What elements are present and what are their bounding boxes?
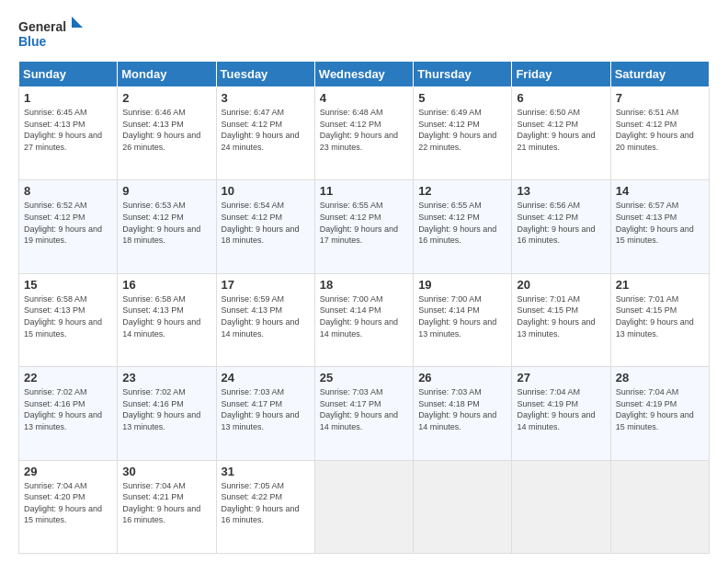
day-number: 11 — [320, 184, 408, 198]
svg-text:Blue: Blue — [18, 34, 47, 49]
day-number: 8 — [24, 184, 112, 198]
day-info: Sunrise: 7:00 AMSunset: 4:14 PMDaylight:… — [320, 294, 398, 339]
day-number: 1 — [24, 91, 112, 105]
day-info: Sunrise: 6:58 AMSunset: 4:13 PMDaylight:… — [122, 294, 200, 339]
day-number: 7 — [616, 91, 704, 105]
calendar-week-4: 22 Sunrise: 7:02 AMSunset: 4:16 PMDaylig… — [19, 367, 710, 460]
day-number: 22 — [24, 371, 112, 385]
day-info: Sunrise: 6:53 AMSunset: 4:12 PMDaylight:… — [122, 201, 200, 245]
day-number: 5 — [418, 91, 506, 105]
day-info: Sunrise: 6:54 AMSunset: 4:12 PMDaylight:… — [222, 201, 300, 245]
calendar-cell: 4 Sunrise: 6:48 AMSunset: 4:12 PMDayligh… — [314, 87, 413, 180]
calendar-header-friday: Friday — [512, 62, 610, 87]
calendar-cell — [414, 460, 512, 553]
day-info: Sunrise: 6:55 AMSunset: 4:12 PMDaylight:… — [320, 201, 398, 245]
day-info: Sunrise: 7:04 AMSunset: 4:19 PMDaylight:… — [616, 387, 694, 431]
day-number: 31 — [222, 465, 310, 478]
calendar-header-thursday: Thursday — [414, 62, 512, 87]
calendar-table: SundayMondayTuesdayWednesdayThursdayFrid… — [18, 61, 710, 554]
calendar-cell — [314, 460, 413, 553]
day-info: Sunrise: 6:47 AMSunset: 4:12 PMDaylight:… — [222, 108, 300, 152]
calendar-cell — [512, 460, 610, 553]
day-number: 20 — [517, 278, 605, 292]
calendar-cell: 26 Sunrise: 7:03 AMSunset: 4:18 PMDaylig… — [414, 367, 512, 460]
day-info: Sunrise: 7:01 AMSunset: 4:15 PMDaylight:… — [517, 294, 595, 339]
day-number: 3 — [222, 91, 310, 105]
calendar-header-row: SundayMondayTuesdayWednesdayThursdayFrid… — [19, 62, 710, 87]
calendar-cell: 19 Sunrise: 7:00 AMSunset: 4:14 PMDaylig… — [414, 273, 512, 366]
day-info: Sunrise: 6:56 AMSunset: 4:12 PMDaylight:… — [517, 201, 595, 245]
day-info: Sunrise: 7:00 AMSunset: 4:14 PMDaylight:… — [418, 294, 496, 339]
calendar-header-wednesday: Wednesday — [314, 62, 413, 87]
day-number: 29 — [24, 465, 112, 478]
calendar-cell: 14 Sunrise: 6:57 AMSunset: 4:13 PMDaylig… — [610, 180, 709, 273]
day-info: Sunrise: 7:05 AMSunset: 4:22 PMDaylight:… — [222, 481, 300, 525]
day-info: Sunrise: 6:57 AMSunset: 4:13 PMDaylight:… — [616, 201, 694, 245]
day-number: 25 — [320, 371, 408, 385]
day-info: Sunrise: 7:04 AMSunset: 4:20 PMDaylight:… — [24, 481, 102, 525]
day-number: 28 — [616, 371, 704, 385]
calendar-cell: 15 Sunrise: 6:58 AMSunset: 4:13 PMDaylig… — [19, 273, 118, 366]
calendar-cell: 24 Sunrise: 7:03 AMSunset: 4:17 PMDaylig… — [216, 367, 314, 460]
day-number: 13 — [517, 184, 605, 198]
calendar-cell: 1 Sunrise: 6:45 AMSunset: 4:13 PMDayligh… — [19, 87, 118, 180]
day-number: 21 — [616, 278, 704, 292]
calendar-cell: 13 Sunrise: 6:56 AMSunset: 4:12 PMDaylig… — [512, 180, 610, 273]
calendar-cell: 18 Sunrise: 7:00 AMSunset: 4:14 PMDaylig… — [314, 273, 413, 366]
calendar-cell: 17 Sunrise: 6:59 AMSunset: 4:13 PMDaylig… — [216, 273, 314, 366]
day-number: 30 — [122, 465, 210, 478]
calendar-cell: 3 Sunrise: 6:47 AMSunset: 4:12 PMDayligh… — [216, 87, 314, 180]
calendar-cell: 25 Sunrise: 7:03 AMSunset: 4:17 PMDaylig… — [314, 367, 413, 460]
calendar-header-monday: Monday — [118, 62, 216, 87]
calendar-body: 1 Sunrise: 6:45 AMSunset: 4:13 PMDayligh… — [19, 87, 710, 554]
day-number: 27 — [517, 371, 605, 385]
calendar-cell: 10 Sunrise: 6:54 AMSunset: 4:12 PMDaylig… — [216, 180, 314, 273]
day-info: Sunrise: 7:03 AMSunset: 4:18 PMDaylight:… — [418, 387, 496, 431]
calendar-header-sunday: Sunday — [19, 62, 118, 87]
day-number: 23 — [122, 371, 210, 385]
day-info: Sunrise: 7:02 AMSunset: 4:16 PMDaylight:… — [24, 387, 102, 431]
calendar-cell: 22 Sunrise: 7:02 AMSunset: 4:16 PMDaylig… — [19, 367, 118, 460]
calendar-week-5: 29 Sunrise: 7:04 AMSunset: 4:20 PMDaylig… — [19, 460, 710, 553]
day-number: 4 — [320, 91, 408, 105]
day-info: Sunrise: 7:03 AMSunset: 4:17 PMDaylight:… — [222, 387, 300, 431]
day-number: 9 — [122, 184, 210, 198]
day-number: 19 — [418, 278, 506, 292]
calendar-cell: 30 Sunrise: 7:04 AMSunset: 4:21 PMDaylig… — [118, 460, 216, 553]
calendar-cell: 2 Sunrise: 6:46 AMSunset: 4:13 PMDayligh… — [118, 87, 216, 180]
svg-marker-2 — [72, 17, 83, 28]
calendar-cell: 20 Sunrise: 7:01 AMSunset: 4:15 PMDaylig… — [512, 273, 610, 366]
calendar-cell: 6 Sunrise: 6:50 AMSunset: 4:12 PMDayligh… — [512, 87, 610, 180]
calendar-week-2: 8 Sunrise: 6:52 AMSunset: 4:12 PMDayligh… — [19, 180, 710, 273]
calendar-cell: 11 Sunrise: 6:55 AMSunset: 4:12 PMDaylig… — [314, 180, 413, 273]
day-info: Sunrise: 6:50 AMSunset: 4:12 PMDaylight:… — [517, 108, 595, 152]
calendar-cell: 16 Sunrise: 6:58 AMSunset: 4:13 PMDaylig… — [118, 273, 216, 366]
calendar-cell: 21 Sunrise: 7:01 AMSunset: 4:15 PMDaylig… — [610, 273, 709, 366]
day-info: Sunrise: 6:51 AMSunset: 4:12 PMDaylight:… — [616, 108, 694, 152]
day-info: Sunrise: 7:03 AMSunset: 4:17 PMDaylight:… — [320, 387, 398, 431]
page: General Blue SundayMondayTuesdayWednesda… — [0, 0, 728, 563]
day-info: Sunrise: 6:45 AMSunset: 4:13 PMDaylight:… — [24, 108, 102, 152]
day-number: 2 — [122, 91, 210, 105]
calendar-header-saturday: Saturday — [610, 62, 709, 87]
calendar-cell: 5 Sunrise: 6:49 AMSunset: 4:12 PMDayligh… — [414, 87, 512, 180]
day-number: 18 — [320, 278, 408, 292]
calendar-header-tuesday: Tuesday — [216, 62, 314, 87]
day-number: 10 — [222, 184, 310, 198]
day-info: Sunrise: 6:59 AMSunset: 4:13 PMDaylight:… — [222, 294, 300, 339]
calendar-cell: 23 Sunrise: 7:02 AMSunset: 4:16 PMDaylig… — [118, 367, 216, 460]
day-info: Sunrise: 6:49 AMSunset: 4:12 PMDaylight:… — [418, 108, 496, 152]
day-number: 14 — [616, 184, 704, 198]
day-number: 15 — [24, 278, 112, 292]
day-info: Sunrise: 7:01 AMSunset: 4:15 PMDaylight:… — [616, 294, 694, 339]
calendar-cell: 12 Sunrise: 6:55 AMSunset: 4:12 PMDaylig… — [414, 180, 512, 273]
day-info: Sunrise: 6:52 AMSunset: 4:12 PMDaylight:… — [24, 201, 102, 245]
calendar-cell: 8 Sunrise: 6:52 AMSunset: 4:12 PMDayligh… — [19, 180, 118, 273]
calendar-cell: 29 Sunrise: 7:04 AMSunset: 4:20 PMDaylig… — [19, 460, 118, 553]
day-info: Sunrise: 6:48 AMSunset: 4:12 PMDaylight:… — [320, 108, 398, 152]
header: General Blue — [18, 15, 710, 52]
day-info: Sunrise: 6:46 AMSunset: 4:13 PMDaylight:… — [122, 108, 200, 152]
day-info: Sunrise: 6:58 AMSunset: 4:13 PMDaylight:… — [24, 294, 102, 339]
calendar-cell: 9 Sunrise: 6:53 AMSunset: 4:12 PMDayligh… — [118, 180, 216, 273]
day-number: 6 — [517, 91, 605, 105]
